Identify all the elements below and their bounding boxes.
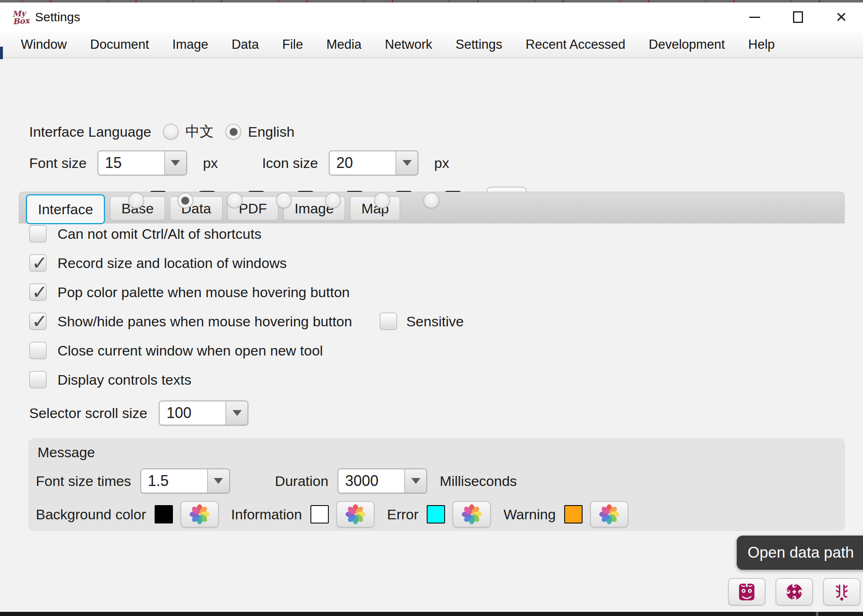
duration-label: Duration	[275, 473, 329, 489]
checkbox-omit-shortcuts[interactable]	[29, 225, 47, 243]
radio-color-red[interactable]	[128, 193, 144, 208]
checkbox-show-hide-panes[interactable]	[29, 313, 47, 330]
titlebar: My Box Settings ✕	[0, 3, 863, 32]
icon-size-value[interactable]: 20	[330, 151, 395, 175]
font-size-value[interactable]: 15	[98, 151, 164, 175]
logo-line2: Box	[13, 17, 30, 25]
checkbox-display-texts[interactable]	[29, 371, 47, 388]
checkbox-record-size-label: Record size and location of windows	[58, 255, 287, 271]
icon-size-label: Icon size	[262, 155, 318, 171]
message-colors-row: Background color Information	[36, 501, 838, 528]
checkbox-pop-palette-label: Pop color palette when mouse hovering bu…	[58, 284, 350, 300]
record-size-row: Record size and location of windows	[0, 253, 863, 273]
font-size-times-select[interactable]: 1.5	[140, 468, 230, 493]
background-color-label: Background color	[36, 506, 146, 523]
mybox-logo: My Box	[12, 9, 30, 25]
maximize-button[interactable]	[776, 3, 820, 32]
font-size-select[interactable]: 15	[98, 150, 187, 175]
bronze-figure-icon	[831, 581, 853, 603]
interface-language-row: Interface Language 中文 English	[0, 121, 863, 143]
bronze-mask-button[interactable]	[728, 578, 765, 606]
menu-settings[interactable]: Settings	[455, 35, 503, 54]
checkbox-record-size[interactable]	[29, 254, 47, 272]
bottom-ornament-buttons	[728, 578, 860, 606]
information-color-swatch	[310, 505, 329, 523]
bronze-medallion-icon	[783, 581, 805, 603]
icon-size-select[interactable]: 20	[329, 150, 418, 175]
settings-content: Interface Base Data PDF Image Map Interf…	[0, 112, 863, 531]
checkbox-sensitive[interactable]	[380, 313, 397, 330]
menu-media[interactable]: Media	[325, 35, 362, 54]
menubar: Window Document Image Data File Media Ne…	[0, 32, 863, 58]
background-artifact	[0, 47, 3, 59]
bronze-figure-button[interactable]	[823, 578, 860, 606]
radio-color-magenta[interactable]	[178, 193, 193, 208]
close-icon: ✕	[835, 10, 848, 24]
radio-color-blue[interactable]	[423, 193, 439, 208]
duration-select[interactable]: 3000	[338, 468, 427, 493]
checkbox-sensitive-label: Sensitive	[406, 313, 464, 330]
error-palette-button[interactable]	[453, 501, 491, 528]
interface-language-label: Interface Language	[29, 124, 151, 140]
background-color-swatch	[155, 505, 173, 523]
warning-color-swatch	[564, 505, 583, 523]
taskbar-notch	[816, 612, 818, 616]
chevron-down-icon[interactable]	[395, 151, 418, 175]
chevron-down-icon[interactable]	[164, 151, 186, 175]
selector-scroll-value[interactable]: 100	[160, 401, 225, 425]
milliseconds-label: Milliseconds	[440, 473, 517, 489]
tab-interface[interactable]: Interface	[26, 194, 105, 224]
background-color-palette-button[interactable]	[180, 501, 219, 528]
menu-recent-accessed[interactable]: Recent Accessed	[525, 35, 626, 54]
warning-palette-button[interactable]	[590, 501, 628, 528]
palette-icon	[345, 503, 366, 525]
checkbox-close-window-label: Close current window when open new tool	[58, 343, 323, 359]
checkbox-pop-palette[interactable]	[29, 283, 47, 301]
duration-value[interactable]: 3000	[338, 469, 404, 493]
window-controls: ✕	[733, 3, 863, 32]
selector-scroll-select[interactable]: 100	[159, 401, 248, 426]
language-chinese-option[interactable]: 中文	[163, 122, 214, 141]
chevron-down-icon[interactable]	[225, 401, 248, 425]
menu-image[interactable]: Image	[172, 35, 209, 54]
menu-data[interactable]: Data	[231, 35, 260, 54]
error-color-swatch	[427, 505, 445, 523]
menu-network[interactable]: Network	[384, 35, 433, 54]
information-palette-button[interactable]	[336, 501, 375, 528]
close-button[interactable]: ✕	[820, 3, 863, 32]
font-size-times-value[interactable]: 1.5	[141, 469, 207, 493]
taskbar-edge	[0, 612, 863, 616]
selector-scroll-row: Selector scroll size 100	[0, 400, 863, 426]
chevron-down-icon[interactable]	[207, 469, 229, 493]
chevron-down-icon[interactable]	[404, 469, 426, 493]
radio-color-darkgreen[interactable]	[374, 193, 390, 208]
shortcut-option-row: Can not omit Ctrl/Alt of shortcuts	[0, 224, 863, 243]
menu-development[interactable]: Development	[648, 35, 726, 54]
display-controls-texts-row: Display controls texts	[0, 370, 863, 389]
menu-help[interactable]: Help	[748, 35, 776, 54]
radio-chinese[interactable]	[163, 124, 179, 140]
minimize-button[interactable]	[733, 3, 776, 32]
sensitive-option: Sensitive	[380, 313, 464, 330]
open-data-path-tooltip: Open data path	[737, 536, 863, 570]
message-size-duration-row: Font size times 1.5 Duration 3000 Millis…	[36, 468, 838, 494]
bronze-medallion-button[interactable]	[775, 578, 813, 606]
radio-english[interactable]	[225, 124, 241, 140]
menu-document[interactable]: Document	[89, 35, 150, 54]
message-panel: Message Font size times 1.5 Duration 300…	[28, 438, 845, 531]
checkbox-close-window[interactable]	[29, 342, 47, 359]
minimize-icon	[749, 17, 760, 18]
radio-color-navy[interactable]	[276, 193, 292, 208]
information-label: Information	[231, 506, 302, 523]
language-english-option[interactable]: English	[225, 124, 295, 140]
radio-color-steelblue[interactable]	[227, 193, 243, 208]
radio-chinese-label: 中文	[185, 122, 214, 141]
radio-color-brown[interactable]	[325, 193, 341, 208]
selector-scroll-label: Selector scroll size	[29, 405, 147, 421]
menu-window[interactable]: Window	[20, 35, 68, 54]
pop-palette-row: Pop color palette when mouse hovering bu…	[0, 283, 863, 302]
maximize-icon	[793, 11, 803, 23]
menu-file[interactable]: File	[281, 35, 304, 54]
bronze-mask-icon	[736, 581, 758, 603]
checkbox-display-texts-label: Display controls texts	[58, 372, 191, 388]
